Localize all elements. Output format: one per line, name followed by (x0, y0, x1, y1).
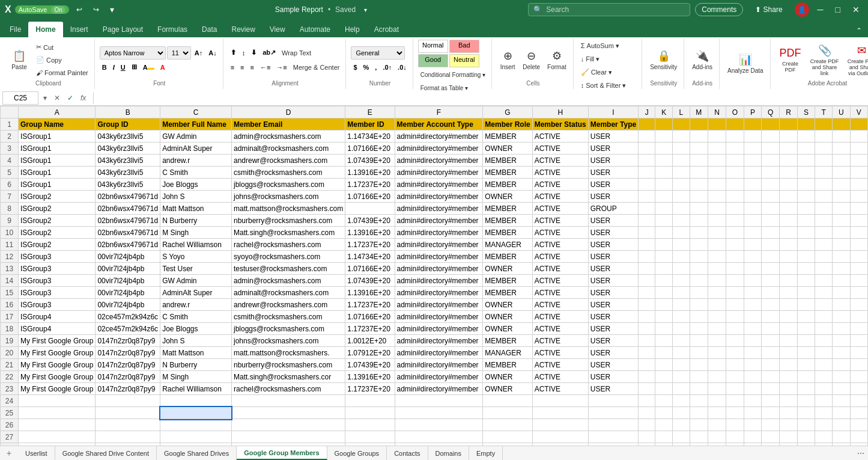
cell-r13-c3[interactable]: testuser@rocksmashers.com (231, 263, 345, 275)
cell-r23-c7[interactable]: ACTIVE (532, 383, 588, 395)
cell-r14-c5[interactable]: admin#directory#member (395, 275, 483, 287)
copy-btn[interactable]: 📄 Copy (34, 54, 91, 66)
cell-r11-c4[interactable]: 1.17237E+20 (345, 239, 395, 251)
cell-r11-c8[interactable]: USER (588, 239, 638, 251)
cell-r10-c8[interactable]: USER (588, 227, 638, 239)
col-header-p[interactable]: P (744, 106, 761, 118)
cell-r23-c5[interactable]: admin#directory#member (395, 383, 483, 395)
cell-r5-c6[interactable]: MEMBER (483, 167, 532, 179)
cell-r7-c5[interactable]: admin#directory#member (395, 191, 483, 203)
font-color-btn[interactable]: A (158, 61, 168, 74)
fill-btn[interactable]: ↓ Fill ▾ (578, 53, 602, 65)
tab-userlist[interactable]: Userlist (18, 446, 55, 460)
cell-r11-c2[interactable]: Rachel Williamson (160, 239, 232, 251)
percent-btn[interactable]: % (361, 61, 372, 74)
tab-data[interactable]: Data (195, 22, 224, 37)
cell-r7-c8[interactable]: USER (588, 191, 638, 203)
header-cell-1[interactable]: Group ID (96, 118, 160, 130)
accounting-btn[interactable]: $ (351, 61, 359, 74)
cell-r17-c0[interactable]: ISGroup4 (19, 311, 96, 323)
cell-r9-c2[interactable]: N Burberry (160, 215, 232, 227)
cancel-formula-btn[interactable]: ✕ (52, 94, 62, 102)
style-neutral[interactable]: Neutral (449, 54, 479, 67)
cell-r2-c7[interactable]: ACTIVE (532, 130, 588, 143)
cell-r19-c5[interactable]: admin#directory#member (395, 335, 483, 347)
cell-r12-c7[interactable]: ACTIVE (532, 251, 588, 263)
cell-r3-c3[interactable]: adminalt@rocksmashers.com (231, 143, 345, 155)
paste-btn[interactable]: 📋 Paste (6, 42, 32, 78)
cell-r23-c8[interactable]: USER (588, 383, 638, 395)
cell-r16-c5[interactable]: admin#directory#member (395, 299, 483, 311)
header-cell-2[interactable]: Member Full Name (160, 118, 232, 130)
cell-r6-c7[interactable]: ACTIVE (532, 179, 588, 191)
user-avatar[interactable]: 👤 (795, 2, 809, 17)
cell-r5-c3[interactable]: csmith@rocksmashers.com (231, 167, 345, 179)
cell-r8-c7[interactable]: ACTIVE (532, 203, 588, 215)
formula-expand-btn[interactable]: ▾ (41, 94, 49, 102)
cell-r10-c5[interactable]: admin#directory#member (395, 227, 483, 239)
style-normal[interactable]: Normal (418, 40, 448, 53)
create-pdf-share-btn[interactable]: 📎 Create PDF and Share link (807, 42, 843, 78)
cell-r21-c5[interactable]: admin#directory#member (395, 359, 483, 371)
cell-r19-c7[interactable]: ACTIVE (532, 335, 588, 347)
col-header-a[interactable]: A (19, 106, 96, 118)
autosave-toggle-switch[interactable]: On (51, 6, 65, 14)
cell-r13-c7[interactable]: ACTIVE (532, 263, 588, 275)
cut-btn[interactable]: ✂ Cut (34, 41, 91, 54)
cell-r15-c7[interactable]: ACTIVE (532, 287, 588, 299)
cell-r10-c3[interactable]: Matt.singh@rocksmashers.com (231, 227, 345, 239)
insert-btn[interactable]: ⊕ Insert (497, 42, 518, 78)
insert-function-btn[interactable]: fx (78, 94, 88, 102)
cell-r18-c2[interactable]: Joe Bloggs (160, 323, 232, 335)
share-btn[interactable]: ⬆ Share (748, 3, 789, 16)
tab-acrobat[interactable]: Acrobat (367, 22, 406, 37)
tab-contacts[interactable]: Contacts (387, 446, 428, 460)
font-size-select[interactable]: 11 (167, 46, 191, 60)
decimal-decrease-btn[interactable]: .0↓ (395, 61, 409, 74)
cell-r14-c8[interactable]: USER (588, 275, 638, 287)
cell-r22-c7[interactable]: ACTIVE (532, 371, 588, 383)
cell-r18-c5[interactable]: admin#directory#member (395, 323, 483, 335)
cell-r13-c2[interactable]: Test User (160, 263, 232, 275)
col-header-o[interactable]: O (726, 106, 744, 118)
cell-r9-c0[interactable]: ISGroup2 (19, 215, 96, 227)
addins-btn[interactable]: 🔌 Add-ins (689, 42, 715, 78)
analyze-data-btn[interactable]: 📊 Analyze Data (724, 45, 766, 81)
cell-r17-c2[interactable]: C Smith (160, 311, 232, 323)
cell-r17-c3[interactable]: csmith@rocksmashers.com (231, 311, 345, 323)
formula-input[interactable] (99, 93, 866, 103)
tab-review[interactable]: Review (224, 22, 262, 37)
col-header-i[interactable]: I (588, 106, 638, 118)
cell-r12-c1[interactable]: 00vir7l24jb4pb (96, 251, 160, 263)
cell-r2-c8[interactable]: USER (588, 130, 638, 143)
cell-r4-c7[interactable]: ACTIVE (532, 155, 588, 167)
tab-insert[interactable]: Insert (63, 22, 96, 37)
cell-r12-c2[interactable]: S Yoyo (160, 251, 232, 263)
cell-r15-c5[interactable]: admin#directory#member (395, 287, 483, 299)
cell-r3-c0[interactable]: ISGroup1 (19, 143, 96, 155)
cell-r16-c8[interactable]: USER (588, 299, 638, 311)
cell-r2-c4[interactable]: 1.14734E+20 (345, 130, 395, 143)
cell-r13-c5[interactable]: admin#directory#member (395, 263, 483, 275)
cell-r6-c2[interactable]: Joe Bloggs (160, 179, 232, 191)
ribbon-collapse-btn[interactable]: ⌃ (852, 25, 866, 36)
cell-r21-c0[interactable]: My First Google Group (19, 359, 96, 371)
cell-r22-c8[interactable]: USER (588, 371, 638, 383)
col-header-m[interactable]: M (690, 106, 708, 118)
cell-r11-c7[interactable]: ACTIVE (532, 239, 588, 251)
create-pdf-btn[interactable]: PDF Create PDF (775, 42, 806, 78)
tab-home[interactable]: Home (28, 22, 62, 37)
cell-r12-c6[interactable]: MEMBER (483, 251, 532, 263)
merge-center-btn[interactable]: Merge & Center (291, 61, 342, 73)
cell-r16-c3[interactable]: andrewr@rocksmashers.com (231, 299, 345, 311)
cell-r15-c3[interactable]: adminalt@rocksmashers.com (231, 287, 345, 299)
close-btn[interactable]: ✕ (849, 4, 863, 16)
wrap-text-btn[interactable]: Wrap Text (279, 47, 314, 59)
align-middle-btn[interactable]: ↕ (240, 46, 248, 60)
cell-r19-c2[interactable]: John S (160, 335, 232, 347)
comments-btn[interactable]: Comments (695, 3, 743, 16)
cell-r14-c2[interactable]: GW Admin (160, 275, 232, 287)
cell-r4-c2[interactable]: andrew.r (160, 155, 232, 167)
cell-r20-c8[interactable]: USER (588, 347, 638, 359)
cell-r5-c5[interactable]: admin#directory#member (395, 167, 483, 179)
